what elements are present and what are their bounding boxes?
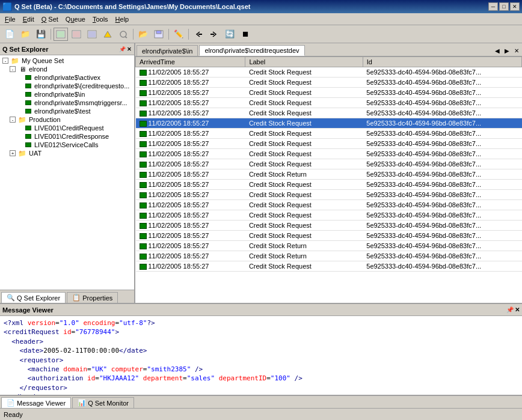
tree-node-elrond[interactable]: - 🖥 elrond	[1, 65, 133, 73]
explorer-pin-button[interactable]: 📌	[119, 46, 126, 52]
tab-creditrequestdev[interactable]: elrond\private$\creditrequestdev	[199, 45, 304, 56]
grid-area[interactable]: ArrivedTime Label Id 11/02/2005 18:55:27…	[135, 56, 522, 303]
col-arrived-time[interactable]: ArrivedTime	[136, 57, 245, 67]
tab-nav-forward[interactable]: ▶	[503, 47, 511, 55]
bottom-tab-monitor[interactable]: 📊 Q Set Monitor	[72, 397, 134, 408]
table-row[interactable]: 11/02/2005 18:55:27Credit Stock Request5…	[136, 190, 522, 200]
production-folder-icon: 📁	[18, 116, 26, 123]
table-row[interactable]: 11/02/2005 18:55:27Credit Stock Request5…	[136, 108, 522, 118]
queue-icon-msmq	[25, 100, 31, 105]
cell-time: 11/02/2005 18:55:27	[136, 88, 245, 98]
table-row[interactable]: 11/02/2005 18:55:27Credit Stock Return5e…	[136, 169, 522, 180]
menu-tools[interactable]: Tools	[89, 14, 112, 24]
uat-expander[interactable]: +	[10, 150, 16, 156]
minimize-button[interactable]: ─	[488, 2, 498, 11]
row-queue-icon	[140, 223, 147, 229]
col-id[interactable]: Id	[363, 57, 521, 67]
content-area: elrond\private$\in elrond\private$\credi…	[135, 43, 522, 303]
menu-help[interactable]: Help	[112, 14, 133, 24]
table-row[interactable]: 11/02/2005 18:55:27Credit Stock Request5…	[136, 118, 522, 129]
tree-queue-creditrequesto[interactable]: elrond\private$\{creditrequesto...	[1, 82, 133, 90]
toolbar-folder-open[interactable]: 📂	[136, 28, 150, 41]
toolbar-new[interactable]: 📄	[2, 28, 17, 41]
table-row[interactable]: 11/02/2005 18:55:27Credit Stock Request5…	[136, 78, 522, 88]
table-row[interactable]: 11/02/2005 18:55:27Credit Stock Return5e…	[136, 251, 522, 261]
toolbar-open[interactable]: 📁	[18, 28, 32, 41]
tree-queue-activex[interactable]: elrond\private$\activex	[1, 73, 133, 82]
toolbar-save2[interactable]	[152, 28, 166, 41]
toolbar-save[interactable]: 💾	[34, 28, 48, 41]
message-viewer: Message Viewer 📌 ✕ <?xml version="1.0" e…	[0, 303, 522, 408]
production-expander[interactable]: -	[10, 117, 16, 123]
table-row[interactable]: 11/02/2005 18:55:27Credit Stock Request5…	[136, 139, 522, 149]
toolbar-btn8[interactable]	[116, 28, 130, 41]
cell-time: 11/02/2005 18:55:27	[136, 221, 245, 231]
queue-icon-test	[25, 109, 31, 114]
menu-edit[interactable]: Edit	[19, 14, 38, 24]
tab-in[interactable]: elrond\private$\in	[137, 45, 198, 56]
toolbar-stop[interactable]: ⏹	[238, 28, 253, 41]
mv-pin-button[interactable]: 📌	[506, 306, 514, 313]
cell-id: 5e925333-dc40-4594-96bd-08e83fc7...	[363, 108, 521, 118]
table-row[interactable]: 11/02/2005 18:55:27Credit Stock Request5…	[136, 149, 522, 159]
close-button[interactable]: ✕	[510, 2, 520, 11]
table-row[interactable]: 11/02/2005 18:55:27Credit Stock Request5…	[136, 98, 522, 108]
toolbar-sep4	[188, 29, 189, 40]
tab-close[interactable]: ✕	[512, 47, 521, 55]
table-row[interactable]: 11/02/2005 18:55:27Credit Stock Request5…	[136, 159, 522, 169]
menu-bar: File Edit Q Set Queue Tools Help	[0, 13, 522, 25]
table-row[interactable]: 11/02/2005 18:55:27Credit Stock Request5…	[136, 180, 522, 190]
menu-qset[interactable]: Q Set	[38, 14, 62, 24]
table-row[interactable]: 11/02/2005 18:55:27Credit Stock Request5…	[136, 231, 522, 241]
table-row[interactable]: 11/02/2005 18:55:27Credit Stock Request5…	[136, 67, 522, 78]
toolbar-btn5[interactable]	[69, 28, 84, 41]
tree-queue-creditresponse[interactable]: LIVE001\CreditResponse	[1, 132, 133, 141]
tree-uat[interactable]: + 📁 UAT	[1, 149, 133, 157]
table-row[interactable]: 11/02/2005 18:55:27Credit Stock Request5…	[136, 221, 522, 231]
toolbar-sep3	[168, 29, 169, 40]
table-row[interactable]: 11/02/2005 18:55:27Credit Stock Request5…	[136, 210, 522, 221]
menu-queue[interactable]: Queue	[62, 14, 89, 24]
explorer-tab-qset[interactable]: 🔍 Q Set Explorer	[1, 292, 66, 303]
explorer-tab-properties[interactable]: 📋 Properties	[67, 292, 118, 303]
tree-queue-servicecalls[interactable]: LIVE012\ServiceCalls	[1, 141, 133, 149]
toolbar-btn6[interactable]	[85, 28, 99, 41]
cell-id: 5e925333-dc40-4594-96bd-08e83fc7...	[363, 67, 521, 78]
explorer-close-button[interactable]: ✕	[127, 46, 132, 52]
menu-file[interactable]: File	[1, 14, 19, 24]
toolbar-refresh[interactable]: 🔄	[223, 28, 237, 41]
tree-queue-test[interactable]: elrond\private$\test	[1, 107, 133, 115]
tree-queue-creditrequest[interactable]: LIVE001\CreditRequest	[1, 124, 133, 132]
toolbar-back[interactable]	[191, 28, 206, 41]
tree-queue-in[interactable]: elrond\private$\in	[1, 90, 133, 99]
table-row[interactable]: 11/02/2005 18:55:27Credit Stock Request5…	[136, 129, 522, 139]
table-row[interactable]: 11/02/2005 18:55:27Credit Stock Return5e…	[136, 241, 522, 251]
table-row[interactable]: 11/02/2005 18:55:27Credit Stock Request5…	[136, 200, 522, 210]
toolbar-btn7[interactable]	[100, 28, 115, 41]
tree-queue-msmq[interactable]: elrond\private$\msmqtriggersr...	[1, 99, 133, 107]
table-row[interactable]: 11/02/2005 18:55:27Credit Stock Request5…	[136, 88, 522, 98]
toolbar-pencil[interactable]: ✏️	[171, 28, 186, 41]
queue-icon-activex	[25, 75, 31, 80]
cell-label: Credit Stock Return	[245, 241, 363, 251]
tree-root[interactable]: - 📁 My Queue Set	[1, 56, 133, 65]
tab-nav-back[interactable]: ◀	[493, 47, 502, 55]
bottom-tab-viewer[interactable]: 📄 Message Viewer	[1, 397, 71, 408]
queue-servicecalls-label: LIVE012\ServiceCalls	[34, 141, 98, 148]
window-controls: ─ □ ✕	[488, 2, 520, 11]
explorer-panel: Q Set Explorer 📌 ✕ - 📁 My Queue Set - 🖥	[0, 43, 135, 303]
qset-explorer-tab-label: Q Set Explorer	[17, 294, 60, 302]
row-queue-icon	[140, 172, 147, 178]
maximize-button[interactable]: □	[499, 2, 509, 11]
toolbar-btn4[interactable]	[54, 28, 68, 41]
root-expander[interactable]: -	[2, 58, 8, 64]
cell-label: Credit Stock Request	[245, 129, 363, 139]
mv-close-button[interactable]: ✕	[515, 306, 520, 313]
elrond-expander[interactable]: -	[10, 66, 16, 72]
col-label[interactable]: Label	[245, 57, 363, 67]
toolbar-forward[interactable]	[207, 28, 221, 41]
tree-production[interactable]: - 📁 Production	[1, 115, 133, 124]
uat-folder-icon: 📁	[18, 150, 26, 157]
cell-id: 5e925333-dc40-4594-96bd-08e83fc7...	[363, 159, 521, 169]
table-row[interactable]: 11/02/2005 18:55:27Credit Stock Request5…	[136, 261, 522, 272]
